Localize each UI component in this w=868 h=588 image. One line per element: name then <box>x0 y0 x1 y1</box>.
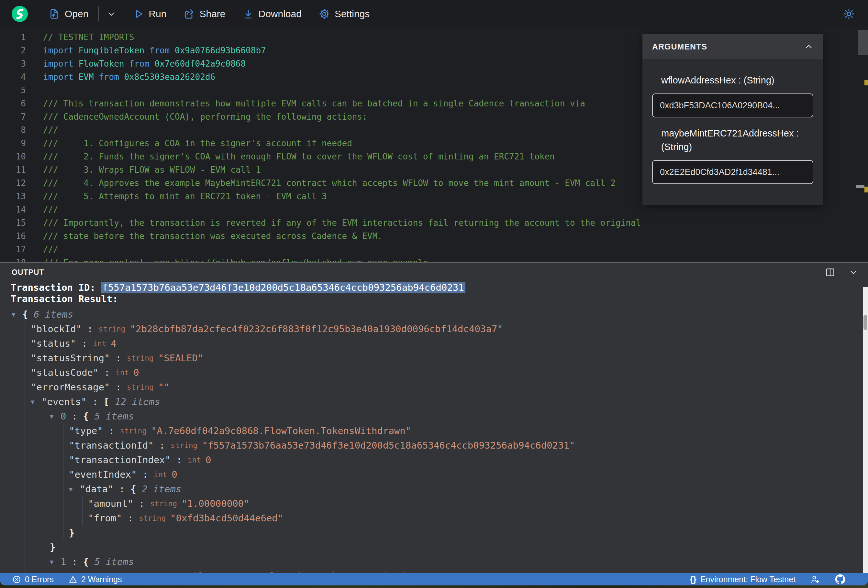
overview-ruler-marker <box>856 185 864 188</box>
warning-marker <box>864 80 868 85</box>
code-segment-str: "f557a1573b76aa53e73d46f3e10d200d5c18a65… <box>202 438 575 453</box>
code-segment-tt: string <box>171 438 202 453</box>
code-segment-str: "SEALED" <box>158 351 204 365</box>
line-number: 8 <box>0 124 26 137</box>
code-segment-str: "A.7e60df042a9c0868.FlowToken.TokensWith… <box>151 424 411 438</box>
arguments-panel-body: wflowAddressHex : (String) 0xd3bF53DAC10… <box>642 59 823 205</box>
output-scrollbar-thumb[interactable] <box>864 315 867 330</box>
chevron-up-icon[interactable] <box>804 41 814 52</box>
code-segment-comment: /// state before the transaction was exe… <box>43 231 382 241</box>
github-icon[interactable] <box>835 574 845 584</box>
code-segment-comment: /// CadenceOwnedAccount (COA), performin… <box>43 112 367 122</box>
output-scrollbar-track[interactable] <box>863 287 868 573</box>
warnings-status[interactable]: 2 Warnings <box>69 575 122 584</box>
code-segment-key: "type" <box>69 569 103 573</box>
collapse-output-chevron-down-icon[interactable] <box>848 267 859 278</box>
code-segment-tt: string <box>139 511 170 526</box>
line-content: import FlowToken from 0x7e60df042a9c0868 <box>26 59 246 69</box>
argument-input-wflow[interactable]: 0xd3bF53DAC106A0290B04... <box>652 93 813 117</box>
open-dropdown-chevron-icon[interactable] <box>106 9 116 19</box>
status-bar: 0 Errors 2 Warnings {} Environment: Flow… <box>0 573 868 585</box>
open-button[interactable]: Open <box>49 8 89 20</box>
code-segment-kw: from <box>144 46 175 55</box>
code-segment-brace: { <box>83 409 89 424</box>
code-editor[interactable]: 1// TESTNET IMPORTS2import FungibleToken… <box>0 28 868 262</box>
argument-input-maybemint[interactable]: 0x2E2Ed0Cfd3AD2f1d34481... <box>652 160 813 184</box>
code-segment-key: "eventIndex" <box>69 467 137 482</box>
open-label: Open <box>65 9 89 19</box>
share-button[interactable]: Share <box>183 8 225 20</box>
transaction-id-label: Transaction ID: <box>11 282 101 293</box>
code-segment-pn: : <box>110 380 127 395</box>
line-content: /// <box>26 205 58 214</box>
run-button[interactable]: Run <box>133 9 166 19</box>
code-line: 17/// <box>0 243 868 256</box>
arguments-title: ARGUMENTS <box>652 42 707 52</box>
output-header: OUTPUT <box>0 262 868 282</box>
code-segment-comment: /// <box>43 125 58 135</box>
output-panel: OUTPUT Transaction ID: f557a1573b76aa53e… <box>0 262 868 573</box>
code-segment-tt: int <box>93 336 111 351</box>
line-content: /// state before the transaction was exe… <box>26 231 382 241</box>
expander-triangle-icon[interactable]: ▼ <box>69 482 80 497</box>
run-label: Run <box>149 9 166 19</box>
code-segment-pn: : <box>133 497 150 511</box>
settings-button[interactable]: Settings <box>319 8 370 20</box>
environment-label: Environment: Flow Testnet <box>700 575 796 584</box>
json-tree-row: } <box>0 526 868 540</box>
arguments-panel: ARGUMENTS wflowAddressHex : (String) 0xd… <box>642 34 823 205</box>
code-segment-addr: 0x8c5303eaa26202d6 <box>124 72 215 82</box>
code-segment-comment: /// 4. Approves the example MaybeMintERC… <box>43 178 616 188</box>
transaction-id-line: Transaction ID: f557a1573b76aa53e73d46f3… <box>11 282 868 293</box>
transaction-id-value[interactable]: f557a1573b76aa53e73d46f3e10d200d5c18a653… <box>101 282 465 293</box>
line-content: /// 5. Attempts to mint an ERC721 token … <box>26 192 327 201</box>
transaction-result-line: Transaction Result: <box>11 293 868 305</box>
code-segment-pn: : <box>137 467 154 482</box>
indent-guide <box>82 497 83 526</box>
expander-triangle-icon[interactable]: ▼ <box>31 395 41 409</box>
code-segment-key: "blockId" <box>31 322 81 336</box>
line-number: 6 <box>0 97 26 110</box>
expander-triangle-icon[interactable]: ▼ <box>12 307 22 322</box>
download-button[interactable]: Download <box>242 8 302 20</box>
code-segment-type: FlowToken <box>79 59 124 69</box>
code-segment-pn: : <box>81 322 98 336</box>
code-segment-str: "" <box>158 380 170 395</box>
expander-triangle-icon[interactable]: ▼ <box>50 555 61 569</box>
light-theme-toggle-sun-icon[interactable] <box>843 8 855 20</box>
code-segment-idx: 1 <box>61 555 66 569</box>
code-segment-kw: import <box>43 46 79 55</box>
json-tree-row: "amount" : string "1.00000000" <box>0 497 868 511</box>
settings-label: Settings <box>335 9 370 19</box>
split-view-icon[interactable] <box>825 267 836 278</box>
code-segment-comment: // TESTNET IMPORTS <box>43 32 134 42</box>
code-segment-tt: string <box>120 569 151 573</box>
code-segment-comment: /// <box>43 245 58 254</box>
errors-status[interactable]: 0 Errors <box>12 575 54 584</box>
code-segment-comment: /// 5. Attempts to mint an ERC721 token … <box>43 192 327 201</box>
code-segment-link[interactable]: https://github.com/onflow/batched-evm-ex… <box>175 258 428 262</box>
line-number: 17 <box>0 243 26 256</box>
editor-scrollbar-thumb[interactable] <box>858 30 868 55</box>
line-number: 10 <box>0 150 26 164</box>
line-content <box>26 85 43 95</box>
environment-status[interactable]: {} Environment: Flow Testnet <box>690 575 796 584</box>
code-segment-tt: string <box>120 424 151 438</box>
feedback-person-icon[interactable] <box>810 575 820 584</box>
line-content: /// For more context, see https://github… <box>26 258 428 262</box>
code-segment-pn: : <box>122 511 139 526</box>
json-tree-row: } <box>0 540 868 555</box>
json-tree-row: ▼"data" : { 2 items <box>0 482 868 497</box>
error-circle-icon <box>12 575 21 584</box>
json-tree-row: "transactionIndex" : int 0 <box>0 453 868 467</box>
line-number: 14 <box>0 203 26 217</box>
code-segment-key: "type" <box>69 424 103 438</box>
expander-triangle-icon[interactable]: ▼ <box>50 409 61 424</box>
line-number: 4 <box>0 71 26 84</box>
code-segment-tt: string <box>127 380 158 395</box>
code-segment-tt: string <box>99 322 130 336</box>
warnings-label: 2 Warnings <box>81 575 122 584</box>
arguments-panel-header[interactable]: ARGUMENTS <box>642 34 823 59</box>
code-segment-pn: : <box>114 482 130 497</box>
code-segment-meta: 5 items <box>89 409 134 424</box>
